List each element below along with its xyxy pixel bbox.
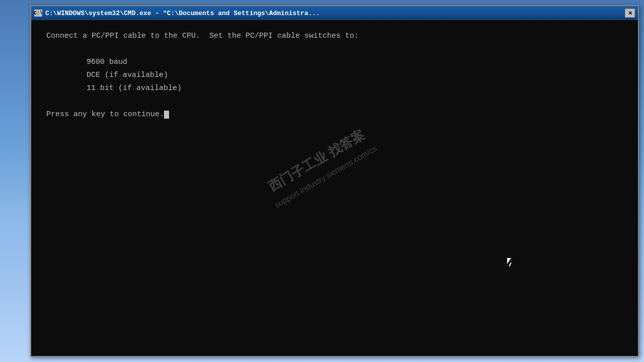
- cmd-line-blank: [46, 96, 623, 108]
- watermark-line1: 西门子工业 找答案: [260, 121, 373, 200]
- cmd-content-area: Connect a PC/PPI cable to the CPU. Set t…: [31, 20, 638, 356]
- cmd-line-2: [46, 43, 623, 55]
- cmd-line-11bit: 11 bit (if available): [46, 82, 623, 95]
- watermark-line2: support.industry.siemens.com/cs: [272, 141, 380, 212]
- title-bar-text: C:\WINDOWS\system32\CMD.exe - "C:\Docume…: [45, 10, 622, 17]
- cmd-icon: C:\: [34, 10, 42, 17]
- cmd-line-baud: 9600 baud: [46, 56, 623, 68]
- close-button[interactable]: ✕: [625, 9, 635, 18]
- cmd-line-1: Connect a PC/PPI cable to the CPU. Set t…: [46, 30, 623, 42]
- watermark: 西门子工业 找答案 support.industry.siemens.com/c…: [260, 121, 380, 212]
- cursor-blink: [164, 111, 169, 119]
- cmd-line-dce: DCE (if available): [46, 69, 623, 81]
- title-bar: C:\ C:\WINDOWS\system32\CMD.exe - "C:\Do…: [31, 6, 638, 20]
- cmd-window: C:\ C:\WINDOWS\system32\CMD.exe - "C:\Do…: [30, 5, 639, 357]
- cmd-line-press: Press any key to continue.: [46, 109, 623, 121]
